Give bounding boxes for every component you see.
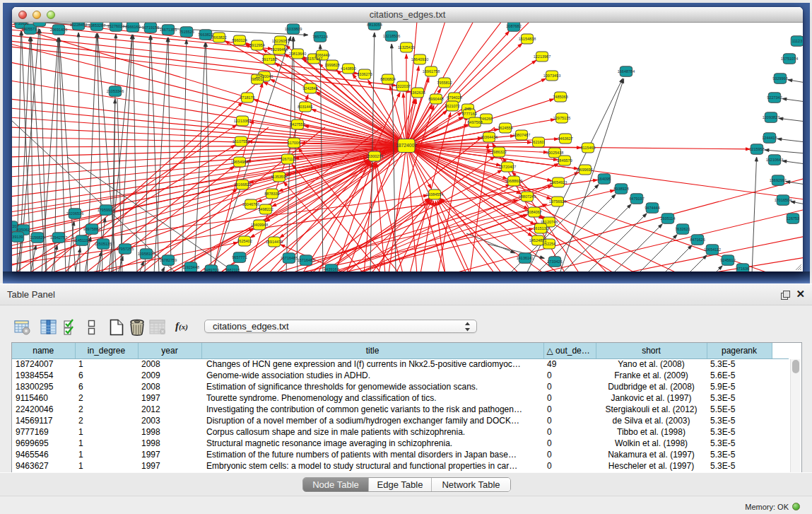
svg-text:7663822: 7663822	[211, 35, 226, 40]
svg-text:6497568: 6497568	[467, 120, 482, 124]
svg-text:13226053: 13226053	[272, 39, 289, 43]
svg-text:10853287: 10853287	[88, 23, 105, 28]
svg-text:11325419: 11325419	[398, 45, 415, 49]
svg-text:13218506: 13218506	[383, 34, 400, 38]
svg-text:10688609: 10688609	[505, 179, 522, 183]
svg-text:4439167: 4439167	[324, 267, 339, 271]
svg-text:16914479: 16914479	[266, 240, 283, 244]
svg-text:12213367: 12213367	[234, 119, 251, 123]
svg-text:15751074: 15751074	[781, 57, 798, 61]
svg-text:10025438: 10025438	[546, 151, 563, 155]
svg-text:8427552: 8427552	[290, 122, 305, 127]
svg-text:16210643: 16210643	[766, 158, 783, 162]
svg-text:62160: 62160	[533, 140, 543, 144]
svg-text:10654112: 10654112	[704, 247, 721, 252]
svg-text:16782759: 16782759	[160, 258, 177, 262]
svg-text:19166825: 19166825	[234, 182, 251, 187]
svg-text:21053346: 21053346	[107, 89, 124, 93]
svg-text:15716485: 15716485	[281, 256, 298, 260]
svg-text:8990448: 8990448	[428, 97, 443, 101]
svg-text:11353594: 11353594	[271, 175, 288, 179]
svg-text:16961758: 16961758	[423, 69, 440, 74]
svg-text:9245612: 9245612	[720, 258, 735, 262]
svg-text:20813640: 20813640	[289, 52, 306, 56]
svg-text:9463627: 9463627	[558, 136, 572, 141]
svg-text:2087682: 2087682	[506, 24, 521, 28]
svg-text:16671355: 16671355	[160, 28, 177, 32]
svg-text:8489709: 8489709	[204, 268, 218, 271]
svg-text:12942757: 12942757	[50, 235, 67, 240]
svg-text:3215958: 3215958	[749, 147, 764, 151]
svg-text:1615132: 1615132	[533, 226, 548, 230]
svg-text:18640910: 18640910	[411, 57, 428, 62]
svg-text:19756928: 19756928	[549, 199, 566, 204]
svg-text:10046766: 10046766	[242, 202, 259, 206]
svg-text:9699695: 9699695	[577, 168, 592, 172]
svg-text:20691406: 20691406	[50, 28, 67, 32]
svg-text:8336273: 8336273	[357, 72, 372, 76]
svg-text:3267110: 3267110	[280, 157, 295, 161]
svg-text:6479197: 6479197	[629, 197, 644, 201]
svg-text:9227342: 9227342	[767, 95, 782, 100]
svg-text:14136141: 14136141	[517, 256, 534, 260]
svg-text:15692991: 15692991	[770, 178, 787, 182]
svg-text:19384554: 19384554	[426, 192, 443, 197]
svg-text:9777169: 9777169	[461, 112, 476, 116]
svg-text:1362635: 1362635	[410, 90, 425, 95]
svg-text:15720407: 15720407	[499, 165, 516, 169]
svg-text:835061: 835061	[17, 228, 30, 232]
svg-text:17016504: 17016504	[775, 198, 792, 202]
svg-text:2718176: 2718176	[240, 95, 254, 100]
svg-text:12975135: 12975135	[553, 116, 570, 120]
svg-text:8960124: 8960124	[232, 38, 247, 42]
svg-text:8471626: 8471626	[690, 238, 705, 242]
svg-text:8031441: 8031441	[298, 105, 312, 109]
svg-text:5682115: 5682115	[225, 268, 240, 271]
svg-text:5498222: 5498222	[258, 207, 273, 211]
svg-text:10958107: 10958107	[138, 252, 155, 256]
svg-text:16154838: 16154838	[519, 37, 536, 41]
svg-text:6794028: 6794028	[447, 95, 461, 100]
svg-text:471636: 471636	[736, 267, 749, 271]
svg-text:3917183: 3917183	[261, 57, 276, 62]
svg-text:10973493: 10973493	[543, 74, 560, 78]
svg-text:20206536: 20206536	[66, 211, 83, 216]
svg-text:19299464: 19299464	[271, 47, 288, 52]
svg-text:20364436: 20364436	[481, 135, 498, 139]
svg-text:2066449: 2066449	[314, 53, 329, 57]
svg-text:3624554: 3624554	[498, 126, 512, 130]
svg-text:7632621: 7632621	[675, 227, 690, 231]
svg-text:11123: 11123	[792, 39, 802, 43]
svg-text:8912954: 8912954	[249, 43, 264, 47]
svg-text:9115460: 9115460	[580, 146, 595, 150]
svg-text:39139: 39139	[12, 235, 23, 239]
svg-text:9084067: 9084067	[526, 210, 541, 214]
svg-text:1839221: 1839221	[32, 23, 47, 23]
svg-text:19654923: 19654923	[550, 180, 567, 185]
svg-text:10807487: 10807487	[513, 133, 530, 137]
svg-text:16648784: 16648784	[618, 69, 635, 74]
svg-text:9242848: 9242848	[302, 86, 317, 90]
svg-text:18724007: 18724007	[396, 143, 417, 148]
svg-text:7857224: 7857224	[312, 35, 327, 39]
svg-text:7515526: 7515526	[179, 30, 194, 34]
svg-text:126753: 126753	[787, 216, 799, 221]
svg-text:16033809: 16033809	[285, 27, 302, 31]
svg-text:2849579: 2849579	[557, 158, 572, 163]
svg-text:15300275: 15300275	[366, 154, 383, 158]
svg-text:11451194: 11451194	[73, 238, 90, 243]
svg-text:1322037: 1322037	[395, 84, 410, 88]
svg-text:4735650: 4735650	[13, 23, 28, 25]
svg-text:93975887: 93975887	[83, 227, 100, 231]
svg-text:11923448: 11923448	[182, 265, 199, 269]
svg-text:8813054: 8813054	[367, 23, 382, 27]
svg-text:15276023: 15276023	[107, 24, 124, 28]
svg-text:9474444: 9474444	[645, 206, 659, 210]
svg-text:17959914: 17959914	[98, 208, 114, 212]
svg-text:15716485: 15716485	[298, 258, 314, 262]
svg-text:1621072: 1621072	[445, 104, 459, 108]
svg-text:12213967: 12213967	[534, 54, 551, 59]
svg-text:9329966: 9329966	[772, 76, 787, 81]
svg-text:16107553: 16107553	[233, 139, 249, 144]
svg-text:1244415: 1244415	[762, 136, 777, 140]
